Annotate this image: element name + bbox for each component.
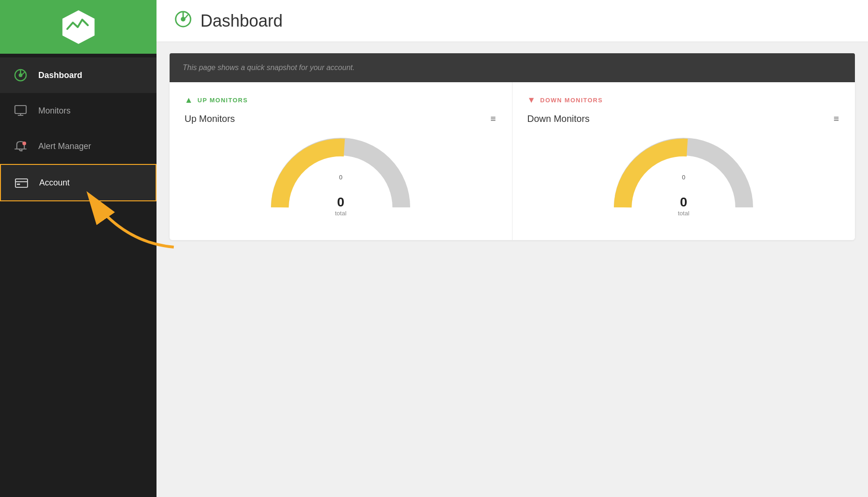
sidebar-logo: [0, 0, 157, 54]
down-gauge-menu-icon[interactable]: ≡: [833, 114, 840, 124]
up-gauge-wrapper: 0 0 total: [185, 133, 497, 221]
monitors-panel: ▲ UP MONITORS Up Monitors ≡: [170, 82, 855, 240]
down-gauge-total-label: total: [678, 210, 690, 217]
dashboard-label: Dashboard: [38, 71, 82, 80]
svg-rect-10: [15, 179, 28, 187]
monitors-icon: [13, 103, 28, 118]
sidebar-item-monitors[interactable]: Monitors: [0, 93, 157, 128]
down-gauge-zero: 0: [682, 174, 685, 181]
monitors-label: Monitors: [38, 106, 71, 116]
up-gauge-total-label: total: [335, 210, 347, 217]
sidebar: Dashboard Monitors: [0, 0, 157, 497]
info-banner: This page shows a quick snapshot for you…: [170, 53, 855, 82]
info-banner-text: This page shows a quick snapshot for you…: [183, 64, 355, 71]
account-icon: [14, 175, 29, 190]
down-monitors-section: ▼ DOWN MONITORS Down Monitors ≡: [512, 82, 855, 240]
down-monitors-gauge-area: Down Monitors ≡: [527, 114, 840, 221]
down-gauge-center-text: 0 total: [678, 195, 690, 217]
up-chevron-icon: ▲: [185, 95, 193, 105]
up-gauge-container: 0 0 total: [266, 133, 415, 221]
up-gauge-title-row: Up Monitors ≡: [185, 114, 497, 124]
up-gauge-menu-icon[interactable]: ≡: [491, 114, 497, 124]
main-content: Dashboard This page shows a quick snapsh…: [157, 0, 868, 497]
down-gauge-wrapper: 0 0 total: [527, 133, 840, 221]
app-logo: [60, 8, 97, 46]
svg-line-4: [22, 72, 24, 74]
up-gauge-title: Up Monitors: [185, 114, 235, 124]
alert-manager-label: Alert Manager: [38, 142, 91, 151]
up-gauge-center-text: 0 total: [335, 195, 347, 217]
down-gauge-title-row: Down Monitors ≡: [527, 114, 840, 124]
down-gauge-value: 0: [678, 195, 690, 210]
down-gauge-title: Down Monitors: [527, 114, 590, 124]
up-monitors-header: ▲ UP MONITORS: [185, 95, 497, 105]
down-chevron-icon: ▼: [527, 95, 536, 105]
svg-rect-12: [17, 184, 20, 185]
sidebar-navigation: Dashboard Monitors: [0, 54, 157, 201]
up-monitors-gauge-area: Up Monitors ≡: [185, 114, 497, 221]
sidebar-item-account[interactable]: Account: [0, 164, 157, 201]
svg-point-9: [22, 142, 26, 145]
sidebar-item-alert-manager[interactable]: Alert Manager: [0, 128, 157, 164]
up-monitors-label: UP MONITORS: [198, 97, 248, 104]
up-gauge-zero: 0: [339, 174, 342, 181]
alert-icon: [13, 139, 28, 154]
page-content: This page shows a quick snapshot for you…: [157, 42, 868, 497]
account-label: Account: [39, 178, 70, 188]
sidebar-item-dashboard[interactable]: Dashboard: [0, 57, 157, 93]
page-header: Dashboard: [157, 0, 868, 42]
svg-line-17: [185, 15, 188, 18]
svg-rect-5: [15, 106, 26, 114]
page-title: Dashboard: [200, 11, 283, 31]
down-monitors-header: ▼ DOWN MONITORS: [527, 95, 840, 105]
up-gauge-value: 0: [335, 195, 347, 210]
down-gauge-container: 0 0 total: [609, 133, 758, 221]
svg-point-15: [181, 17, 185, 21]
dashboard-header-icon: [174, 10, 192, 32]
monitors-grid: ▲ UP MONITORS Up Monitors ≡: [170, 82, 855, 240]
up-monitors-section: ▲ UP MONITORS Up Monitors ≡: [170, 82, 512, 240]
dashboard-icon: [13, 68, 28, 83]
down-monitors-label: DOWN MONITORS: [540, 97, 603, 104]
